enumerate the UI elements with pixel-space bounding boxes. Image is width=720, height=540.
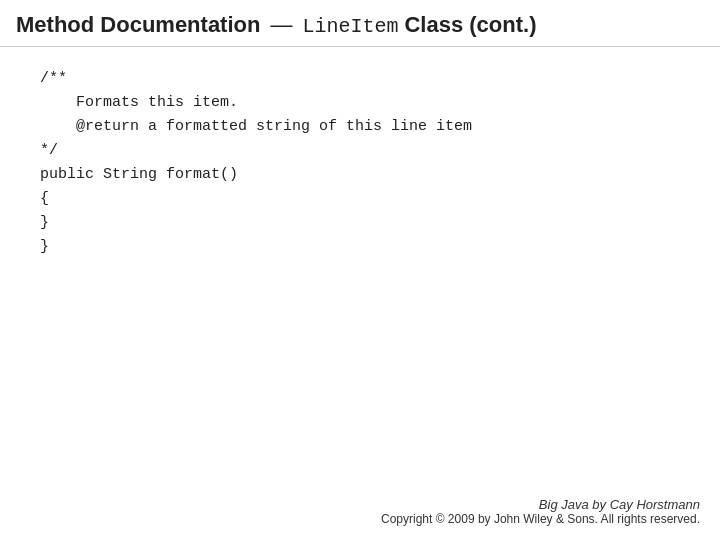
footer-book-title: Big Java bbox=[539, 497, 589, 512]
header-dash: — bbox=[270, 12, 292, 38]
header-title-rest: Class (cont.) bbox=[404, 12, 536, 38]
footer-line1: Big Java by Cay Horstmann bbox=[381, 497, 700, 512]
header-class-code: LineItem bbox=[302, 15, 398, 38]
header-title-main: Method Documentation bbox=[16, 12, 260, 38]
main-content: /** Formats this item. @return a formatt… bbox=[0, 47, 720, 279]
footer-author: by Cay Horstmann bbox=[589, 497, 700, 512]
code-block: /** Formats this item. @return a formatt… bbox=[40, 67, 680, 259]
footer-line2: Copyright © 2009 by John Wiley & Sons. A… bbox=[381, 512, 700, 526]
page-header: Method Documentation — LineItem Class (c… bbox=[0, 0, 720, 47]
footer: Big Java by Cay Horstmann Copyright © 20… bbox=[381, 497, 700, 526]
